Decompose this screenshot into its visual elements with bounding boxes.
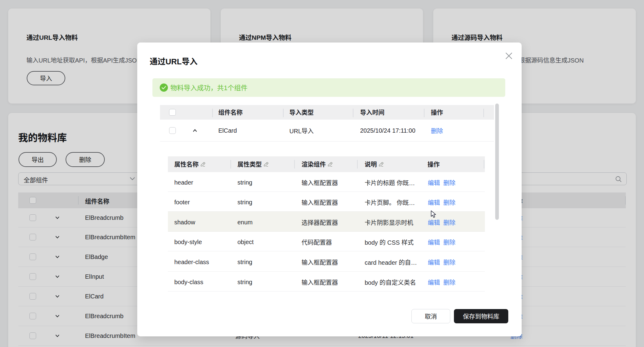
prop-desc: card header 的自… [365,258,417,267]
components-table-header: 组件名称 导入类型 导入时间 操作 [160,105,494,120]
close-icon [505,52,513,60]
prop-name: header-class [174,259,209,266]
col-label: 渲染组件 [302,160,326,168]
prop-name: footer [174,199,190,206]
column-separator [484,160,484,168]
col-op: 操作 [431,108,443,117]
delete-link[interactable]: 删除 [443,238,455,247]
prop-type: object [237,239,254,246]
prop-type: string [237,179,252,186]
col-time: 导入时间 [360,108,384,117]
prop-type: string [237,259,252,266]
prop-row: body-class string 输入框配置器 body 的自定义类名 编辑 … [168,272,485,291]
col-label: 说明 [365,160,377,168]
col-label: 操作 [428,160,440,168]
prop-row: footer string 输入框配置器 卡片页脚。 你既… 编辑 删除 [168,192,485,212]
import-type: URL导入 [289,126,314,135]
edit-link[interactable]: 编辑 [428,278,440,287]
col-desc: 说明 [365,160,384,168]
modal-scrollbar[interactable] [495,104,499,220]
prop-desc: body 的 CSS 样式 [365,238,414,247]
mouse-cursor [431,210,436,218]
prop-widget: 输入框配置器 [302,198,338,207]
column-separator [353,109,353,117]
prop-desc: 卡片阴影显示时机 [365,218,413,226]
delete-link[interactable]: 删除 [443,178,455,187]
prop-name: body-class [174,279,203,286]
col-prop-name: 属性名称 [174,160,206,168]
prop-desc: body 的自定义类名 [365,278,416,287]
prop-row: shadow enum 选择器配置器 卡片阴影显示时机 编辑 删除 [168,212,485,232]
prop-widget: 输入框配置器 [302,278,338,287]
col-widget: 渲染组件 [302,160,333,168]
edit-link[interactable]: 编辑 [428,238,440,247]
prop-desc: 卡片页脚。 你既… [365,198,415,207]
import-url-dialog: 通过URL导入 物料导入成功，共1个组件 组件名称 导入类型 导入时间 操作 [137,43,522,336]
edit-link[interactable]: 编辑 [428,198,440,207]
collapse-caret-icon[interactable] [193,129,197,132]
screen: 通过URL导入物料 输入URL地址获取API，根据API生成JSON 导入 通过… [0,0,644,347]
success-alert: 物料导入成功，共1个组件 [152,78,505,97]
column-separator [483,109,484,117]
prop-desc: 卡片的标题 你既… [365,178,415,187]
edit-icon[interactable] [200,162,206,167]
prop-type: enum [237,219,253,226]
edit-link[interactable]: 编辑 [428,178,440,187]
delete-link[interactable]: 删除 [443,198,455,207]
column-separator [283,109,284,117]
close-button[interactable] [505,52,513,60]
prop-row: header-class string 输入框配置器 card header 的… [168,251,485,272]
dialog-title: 通过URL导入 [150,55,197,66]
prop-name: header [174,179,193,186]
column-separator [357,160,358,168]
delete-link[interactable]: 删除 [443,278,455,287]
column-separator [230,160,231,168]
props-table-header: 属性名称 属性类型 渲染组件 说明 操作 [168,156,485,172]
edit-link[interactable]: 编辑 [428,218,440,226]
column-separator [424,109,424,117]
delete-link[interactable]: 删除 [443,218,455,226]
edit-link[interactable]: 编辑 [428,258,440,267]
component-name: ElCard [218,127,237,134]
prop-type: string [237,279,252,286]
select-all-checkbox[interactable] [169,109,176,116]
col-name: 组件名称 [218,108,243,117]
prop-type: string [237,199,252,206]
col-prop-type: 属性类型 [237,160,269,168]
col-type: 导入类型 [289,108,314,117]
edit-icon[interactable] [327,162,333,167]
col-label: 属性类型 [237,160,262,168]
edit-icon[interactable] [378,162,384,167]
prop-row: header string 输入框配置器 卡片的标题 你既… 编辑 删除 [168,172,485,192]
col-op: 操作 [428,160,440,168]
prop-name: body-style [174,239,202,246]
row-checkbox[interactable] [169,127,176,134]
edit-icon[interactable] [263,162,269,167]
column-separator [212,109,213,117]
prop-widget: 输入框配置器 [302,178,338,187]
prop-widget: 选择器配置器 [302,218,338,226]
col-label: 属性名称 [174,160,199,168]
cancel-button[interactable]: 取消 [411,309,450,323]
success-icon [160,83,168,92]
import-time: 2025/10/24 17:11:00 [360,127,415,134]
prop-row: body-style object 代码配置器 body 的 CSS 样式 编辑… [168,232,485,251]
prop-name: shadow [174,219,195,226]
delete-link[interactable]: 删除 [443,258,455,267]
alert-text: 物料导入成功，共1个组件 [170,82,247,92]
column-separator [294,160,295,168]
delete-link[interactable]: 删除 [431,126,443,135]
prop-widget: 输入框配置器 [302,258,338,267]
save-button[interactable]: 保存到物料库 [454,309,508,323]
component-row: ElCard URL导入 2025/10/24 17:11:00 删除 [160,120,494,141]
prop-widget: 代码配置器 [302,238,332,247]
